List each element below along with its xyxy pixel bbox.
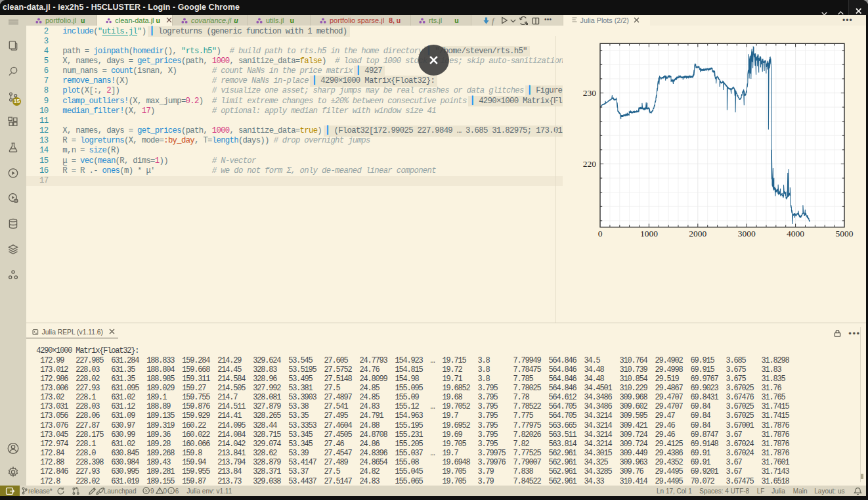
svg-text:230: 230 (583, 88, 597, 98)
svg-text:2000: 2000 (689, 229, 706, 239)
svg-text:0: 0 (598, 229, 603, 239)
svg-text:4000: 4000 (787, 229, 804, 239)
svg-text:5000: 5000 (836, 229, 854, 239)
svg-text:3000: 3000 (738, 229, 756, 239)
svg-text:220: 220 (583, 159, 597, 169)
svg-text:1000: 1000 (640, 229, 658, 239)
